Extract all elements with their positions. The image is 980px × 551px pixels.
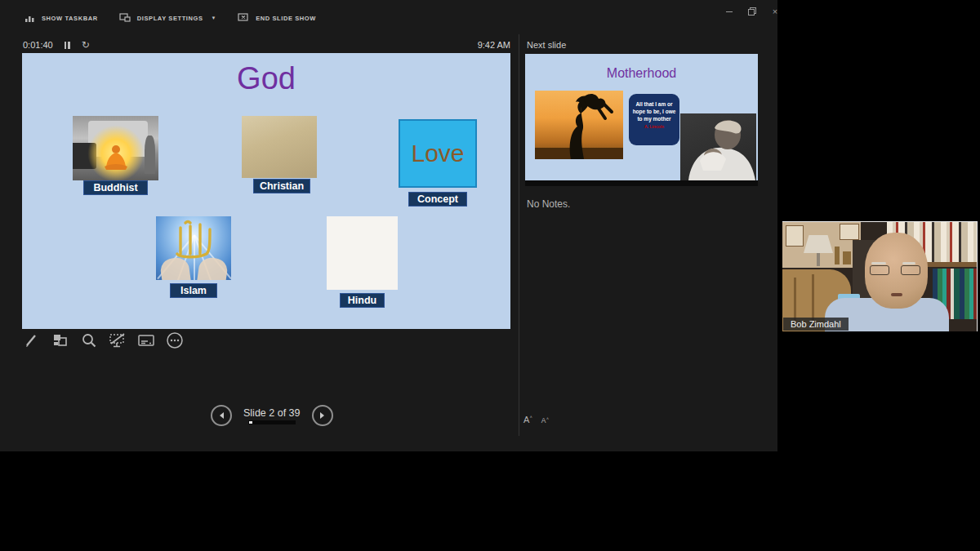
notes-font-controls: A ˄ A ˄	[523, 415, 549, 424]
pen-icon	[24, 332, 40, 349]
slide-counter: Slide 2 of 39	[243, 407, 301, 419]
elapsed-time: 0:01:40	[23, 40, 53, 50]
next-slide-preview[interactable]: Motherhood All that I am or hope to be, …	[525, 54, 758, 186]
close-button[interactable]: ×	[769, 7, 781, 16]
increase-text-size-button[interactable]: A ˄	[523, 415, 532, 424]
presenter-view-window: × SHOW TASKBAR DISPLAY SETTINGS ▼ END SL…	[0, 0, 777, 451]
minimize-icon	[726, 11, 733, 12]
panel-divider	[519, 34, 519, 436]
black-screen-button[interactable]	[109, 331, 127, 349]
hindu-label: Hindu	[340, 293, 385, 308]
presenter-face	[865, 233, 928, 309]
restore-button[interactable]	[746, 7, 758, 16]
webcam-feed: Bob Zimdahl	[782, 221, 978, 331]
slide-navigation: Slide 2 of 39	[211, 405, 333, 426]
see-all-slides-button[interactable]	[51, 331, 69, 349]
more-options-button[interactable]	[166, 331, 184, 349]
display-settings-icon	[119, 13, 131, 23]
taskbar-icon	[24, 14, 35, 23]
caret-up-icon: ˄	[530, 415, 532, 420]
current-slide[interactable]: God Buddhist	[22, 53, 510, 329]
love-concept-box: Love	[399, 119, 477, 188]
chevron-down-icon: ▼	[212, 16, 217, 20]
mother-holding-baby-image	[680, 113, 756, 180]
presenter-toolbar: SHOW TASKBAR DISPLAY SETTINGS ▼ END SLID…	[24, 13, 316, 23]
zoom-slide-button[interactable]	[80, 331, 98, 349]
end-slide-show-button[interactable]: END SLIDE SHOW	[238, 13, 316, 23]
more-ellipsis-icon	[166, 331, 184, 349]
meditating-buddha-icon	[100, 142, 132, 175]
hindu-image	[327, 216, 398, 290]
concept-label: Concept	[408, 192, 467, 207]
love-text: Love	[411, 140, 464, 167]
subtitles-button[interactable]	[137, 331, 155, 349]
window-controls: ×	[724, 7, 781, 16]
mother-quote-text: All that I am or hope to be, I owe to my…	[632, 101, 676, 122]
display-settings-button[interactable]: DISPLAY SETTINGS ▼	[119, 13, 216, 23]
current-time: 9:42 AM	[445, 40, 510, 50]
restore-icon	[748, 7, 756, 16]
end-slide-show-icon	[238, 13, 249, 23]
show-taskbar-button[interactable]: SHOW TASKBAR	[24, 14, 98, 23]
restart-timer-button[interactable]: ↻	[82, 40, 90, 50]
next-arrow-icon	[319, 411, 326, 420]
display-settings-label: DISPLAY SETTINGS	[137, 15, 203, 22]
show-taskbar-label: SHOW TASKBAR	[42, 15, 98, 22]
notes-text: No Notes.	[527, 198, 570, 210]
minimize-button[interactable]	[724, 7, 735, 16]
quote-attribution: A. Lincoln	[632, 124, 676, 129]
next-slide-button[interactable]	[312, 405, 333, 426]
screen: × SHOW TASKBAR DISPLAY SETTINGS ▼ END SL…	[0, 0, 980, 551]
previous-slide-button[interactable]	[211, 405, 232, 426]
captions-icon	[137, 332, 155, 349]
participant-name-label: Bob Zimdahl	[783, 318, 849, 331]
preview-slide-title: Motherhood	[525, 66, 758, 81]
magnifier-icon	[81, 332, 97, 349]
decrease-text-size-button[interactable]: A ˄	[541, 416, 549, 424]
annotation-toolbar	[23, 331, 184, 349]
buddhist-image	[73, 116, 158, 180]
next-slide-header: Next slide	[527, 40, 566, 50]
islam-image	[156, 216, 231, 280]
end-slide-show-label: END SLIDE SHOW	[256, 15, 316, 22]
blackout-monitor-icon	[109, 332, 127, 349]
pause-icon	[65, 42, 67, 49]
pen-tool-button[interactable]	[23, 331, 41, 349]
islam-label: Islam	[170, 283, 217, 298]
slide-progress-bar	[248, 420, 296, 424]
buddhist-label: Buddhist	[83, 180, 148, 195]
mother-lifting-child-image	[535, 91, 623, 159]
christian-image	[242, 116, 317, 178]
mother-quote-box: All that I am or hope to be, I owe to my…	[629, 94, 679, 145]
timer-bar: 0:01:40 ↻	[23, 40, 90, 50]
glasses-icon	[870, 265, 889, 275]
slide-title: God	[22, 61, 510, 96]
christian-label: Christian	[253, 179, 310, 193]
caret-up-icon: ˄	[546, 416, 549, 421]
slide-grid-icon	[52, 332, 69, 349]
pause-timer-button[interactable]	[65, 42, 70, 49]
previous-arrow-icon	[218, 411, 225, 420]
